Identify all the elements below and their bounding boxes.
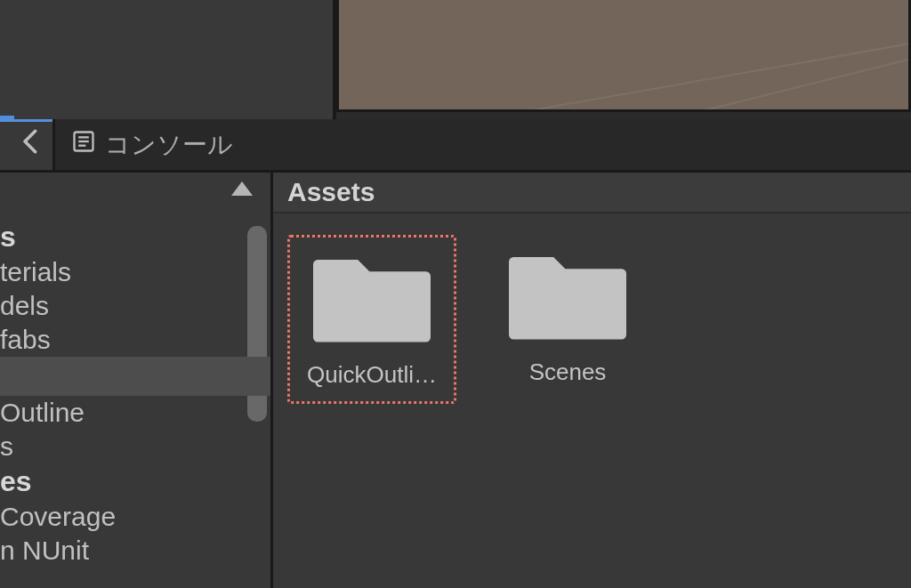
project-tree-column: s terials dels fabs Outline s es Coverag… bbox=[0, 173, 270, 588]
project-panel: s terials dels fabs Outline s es Coverag… bbox=[0, 173, 911, 588]
tree-item[interactable]: s bbox=[0, 430, 270, 463]
project-content-column: Assets QuickOutli… Scenes bbox=[270, 173, 911, 588]
tree-item[interactable]: Outline bbox=[0, 396, 270, 430]
bottom-panel-tabs: コンソール bbox=[0, 119, 911, 173]
tab-project-active[interactable] bbox=[0, 119, 55, 170]
folder-label: Scenes bbox=[529, 358, 607, 386]
scene-viewport[interactable] bbox=[336, 0, 911, 112]
breadcrumb[interactable]: Assets bbox=[273, 173, 911, 213]
tree-item[interactable]: dels bbox=[0, 289, 270, 323]
project-tree[interactable]: s terials dels fabs Outline s es Coverag… bbox=[0, 213, 270, 588]
tree-item[interactable]: terials bbox=[0, 255, 270, 289]
folder-item-scenes[interactable]: Scenes bbox=[483, 235, 652, 399]
folder-label: QuickOutli… bbox=[307, 361, 437, 389]
scene-grid-line bbox=[336, 0, 911, 112]
scene-grid-line bbox=[336, 0, 911, 112]
breadcrumb-label: Assets bbox=[287, 177, 375, 207]
tree-item[interactable]: s bbox=[0, 219, 270, 255]
collapse-up-icon[interactable] bbox=[231, 181, 253, 196]
console-icon bbox=[71, 129, 96, 160]
tree-item-selected[interactable] bbox=[0, 357, 270, 396]
tree-item[interactable]: fabs bbox=[0, 323, 270, 357]
tree-item[interactable]: n NUnit bbox=[0, 534, 270, 568]
tree-item[interactable]: es bbox=[0, 463, 270, 500]
folder-item-quickoutline[interactable]: QuickOutli… bbox=[287, 235, 456, 404]
chevron-left-icon bbox=[20, 129, 42, 160]
top-left-void-panel bbox=[0, 0, 336, 119]
folder-icon bbox=[509, 240, 626, 342]
assets-grid[interactable]: QuickOutli… Scenes bbox=[273, 213, 911, 588]
tree-item[interactable]: Coverage bbox=[0, 500, 270, 534]
top-split bbox=[0, 0, 911, 119]
tab-console[interactable]: コンソール bbox=[55, 119, 249, 170]
tab-console-label: コンソール bbox=[105, 128, 233, 162]
folder-icon bbox=[313, 243, 431, 345]
